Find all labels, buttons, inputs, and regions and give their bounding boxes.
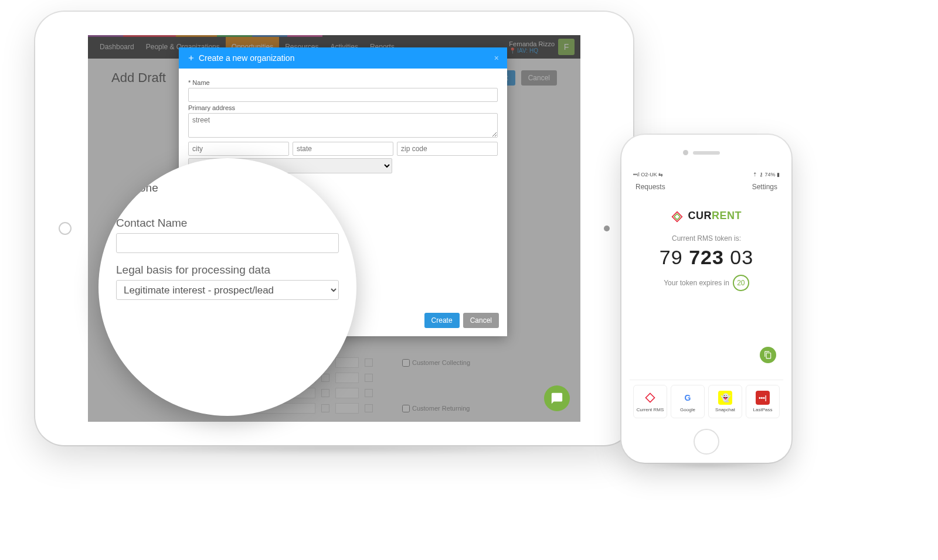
logo-icon	[671, 211, 683, 223]
name-label: * Name	[188, 79, 498, 86]
chat-fab[interactable]	[544, 385, 570, 411]
tray-google[interactable]: G Google	[671, 385, 705, 418]
camera-icon	[604, 226, 610, 231]
battery-label: ⇡ ⚷ 74% ▮	[753, 172, 780, 177]
copy-button[interactable]	[760, 347, 776, 363]
carrier-label: ••ıl O2-UK ⇆	[633, 172, 663, 177]
home-button-icon	[59, 222, 72, 235]
svg-marker-2	[646, 394, 655, 402]
tray-current-rms[interactable]: Current RMS	[633, 385, 667, 418]
requests-link[interactable]: Requests	[635, 183, 665, 191]
legal-basis-select[interactable]: Legitimate interest - prospect/lead	[116, 280, 339, 300]
google-icon: G	[681, 391, 695, 405]
legal-basis-label: Legal basis for processing data	[116, 264, 339, 276]
modal-title: Create a new organization	[199, 53, 294, 63]
tray-label: LastPass	[753, 407, 773, 412]
copy-icon	[764, 351, 772, 359]
magnifier-zoom: one Contact Name Legal basis for process…	[98, 158, 356, 416]
tray-lastpass[interactable]: •••| LastPass	[746, 385, 780, 418]
contact-name-input[interactable]	[116, 233, 339, 253]
address-label: Primary address	[188, 104, 498, 111]
camera-icon	[683, 150, 688, 155]
name-input[interactable]	[188, 88, 498, 102]
settings-link[interactable]: Settings	[752, 183, 777, 191]
status-bar: ••ıl O2-UK ⇆ ⇡ ⚷ 74% ▮	[630, 170, 783, 179]
app-tray: Current RMS G Google 👻 Snapchat •••| Las…	[630, 380, 783, 422]
brand-logo: CURRENT	[630, 210, 783, 223]
home-button-icon	[694, 429, 719, 455]
token-expiry: Your token expires in 20	[630, 275, 783, 291]
token-value: 79 723 03	[630, 246, 783, 269]
iphone-screen: ••ıl O2-UK ⇆ ⇡ ⚷ 74% ▮ Requests Settings…	[630, 170, 783, 422]
speaker-icon	[693, 151, 720, 155]
tray-label: Google	[680, 407, 695, 412]
street-input[interactable]	[188, 113, 498, 138]
create-button[interactable]: Create	[424, 313, 460, 328]
currentrms-icon	[644, 392, 656, 404]
modal-header: Create a new organization ×	[179, 47, 507, 69]
lastpass-icon: •••|	[756, 391, 770, 405]
modal-cancel-button[interactable]: Cancel	[463, 313, 499, 328]
city-input[interactable]	[188, 142, 289, 156]
plus-icon	[187, 54, 195, 62]
svg-marker-1	[674, 214, 680, 220]
state-input[interactable]	[293, 142, 393, 156]
tray-snapchat[interactable]: 👻 Snapchat	[708, 385, 742, 418]
snapchat-icon: 👻	[718, 391, 732, 405]
tray-label: Snapchat	[715, 407, 735, 412]
chat-icon	[550, 392, 563, 405]
contact-name-label: Contact Name	[116, 217, 339, 230]
countdown-ring-icon: 20	[733, 275, 749, 291]
zip-input[interactable]	[397, 142, 498, 156]
token-label: Current RMS token is:	[630, 234, 783, 243]
close-icon[interactable]: ×	[494, 53, 499, 63]
tray-label: Current RMS	[637, 407, 664, 412]
iphone-device: ••ıl O2-UK ⇆ ⇡ ⚷ 74% ▮ Requests Settings…	[621, 135, 791, 463]
